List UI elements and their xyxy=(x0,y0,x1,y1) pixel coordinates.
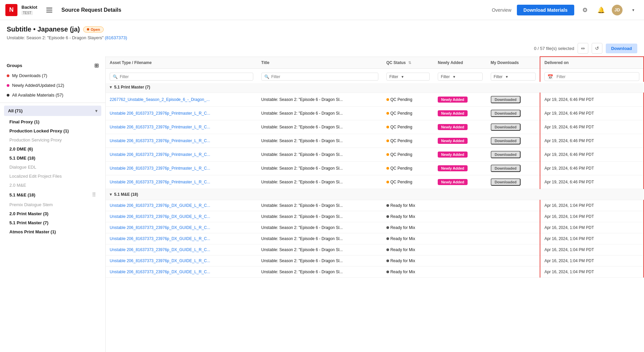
filename-link[interactable]: Unstable 206_81637373_23976p_DX_GUIDE_L_… xyxy=(110,225,210,230)
filename-cell: Unstable 206_81637373_23976p_DX_GUIDE_L_… xyxy=(106,267,257,278)
filename-link[interactable]: 2267762_Unstable_Season_2_Episode_6_-_Dr… xyxy=(110,97,210,102)
filter-asset-field[interactable] xyxy=(120,74,250,79)
title-cell: Unstable: Season 2: "Episode 6 - Dragon … xyxy=(257,93,382,107)
title-cell: Unstable: Season 2: "Episode 6 - Dragon … xyxy=(257,222,382,233)
sidebar-sub-item-production-locked[interactable]: Production Locked Proxy (1) xyxy=(0,126,105,135)
delivered-on-cell: Apr 16, 2024, 1:04 PM PDT xyxy=(540,222,644,233)
reset-button[interactable]: ↺ xyxy=(592,43,602,54)
download-materials-button[interactable]: Download Materials xyxy=(517,5,574,15)
filename-link[interactable]: Unstable 206_81637373_23976p_Printmaster… xyxy=(110,152,210,157)
qc-dot-icon xyxy=(386,112,389,115)
section-toggle-icon[interactable]: ▾ xyxy=(110,85,112,90)
filter-qc-select[interactable]: Filter ▾ xyxy=(386,73,430,81)
section-row: ▾ 5.1 Print Master (7) xyxy=(106,82,644,93)
sidebar-sub-item-final-proxy[interactable]: Final Proxy (1) xyxy=(0,117,105,126)
filter-asset-input[interactable]: 🔍 xyxy=(110,73,253,81)
section-toggle-icon[interactable]: ▾ xyxy=(110,192,112,197)
newly-added-badge: Newly Added xyxy=(438,124,468,130)
qc-status-cell: Ready for Mix xyxy=(382,267,434,278)
sidebar-sub-item-2-print[interactable]: 2.0 Print Master (3) xyxy=(0,209,105,218)
notifications-icon[interactable]: 🔔 xyxy=(596,5,606,15)
sidebar-item-newly-added[interactable]: Newly Added/Updated (12) xyxy=(0,80,105,90)
chevron-down-icon: ▾ xyxy=(95,109,97,113)
download-button[interactable]: Download xyxy=(606,44,637,53)
filter-title-input[interactable]: 🔍 xyxy=(261,73,378,81)
drag-handle-icon[interactable]: ⠿ xyxy=(92,192,96,198)
qc-status-cell: Ready for Mix xyxy=(382,255,434,267)
sidebar-item-my-downloads[interactable]: My Downloads (7) xyxy=(0,71,105,80)
downloaded-badge[interactable]: Downloaded xyxy=(491,137,521,144)
table-row: Unstable 206_81637373_23976p_DX_GUIDE_L_… xyxy=(106,255,644,267)
filename-link[interactable]: Unstable 206_81637373_23976p_Printmaster… xyxy=(110,111,210,116)
filter-asset-cell: 🔍 xyxy=(106,70,257,83)
filter-title-field[interactable] xyxy=(271,74,375,79)
group-toggle-icon[interactable]: ⊞ xyxy=(94,62,99,69)
section-label: ▾ 5.1 M&E (18) xyxy=(106,189,644,200)
table-area: Asset Type / Filename Title QC Status ⇅ … xyxy=(106,56,644,352)
chevron-down-icon[interactable]: ▾ xyxy=(628,5,639,15)
hamburger-menu[interactable] xyxy=(44,5,55,15)
overview-link[interactable]: Overview xyxy=(492,7,511,13)
downloaded-badge[interactable]: Downloaded xyxy=(491,151,521,158)
filename-link[interactable]: Unstable 206_81637373_23976p_DX_GUIDE_L_… xyxy=(110,270,210,274)
qc-dot-icon xyxy=(386,237,389,240)
filename-link[interactable]: Unstable 206_81637373_23976p_Printmaster… xyxy=(110,138,210,143)
my-downloads-cell: Downloaded xyxy=(487,134,540,148)
title-text: Unstable: Season 2: "Episode 6 - Dragon … xyxy=(261,180,343,184)
logo-area: N Backlot TEST xyxy=(5,4,55,16)
filter-newly-label: Filter xyxy=(441,74,450,79)
filename-link[interactable]: Unstable 206_81637373_23976p_DX_GUIDE_L_… xyxy=(110,247,210,252)
title-text: Unstable: Season 2: "Episode 6 - Dragon … xyxy=(261,152,343,157)
sort-icon[interactable]: ⇅ xyxy=(408,61,411,65)
breadcrumb-text: Unstable: Season 2: "Episode 6 - Dragon … xyxy=(7,35,104,40)
downloaded-badge[interactable]: Downloaded xyxy=(491,96,521,103)
qc-dot-icon xyxy=(386,226,389,229)
filename-link[interactable]: Unstable 206_81637373_23976p_DX_GUIDE_L_… xyxy=(110,258,210,263)
sidebar-sub-item-5-mae[interactable]: 5.1 M&E (18) ⠿ xyxy=(0,190,105,200)
qc-status-cell: QC Pending xyxy=(382,93,434,107)
delivered-on-cell: Apr 19, 2024, 6:46 PM PDT xyxy=(540,93,644,107)
qc-status-cell: QC Pending xyxy=(382,107,434,120)
downloaded-badge[interactable]: Downloaded xyxy=(491,165,521,172)
sidebar-sub-item-prod-servicing: Production Servicing Proxy xyxy=(0,135,105,144)
downloaded-badge[interactable]: Downloaded xyxy=(491,123,521,131)
col-asset-type: Asset Type / Filename xyxy=(106,57,257,69)
filename-link[interactable]: Unstable 206_81637373_23976p_DX_GUIDE_L_… xyxy=(110,203,210,208)
user-avatar[interactable]: JD xyxy=(612,5,623,15)
sidebar-item-all-available[interactable]: All Available Materials (57) xyxy=(0,90,105,100)
qc-status-cell: Ready for Mix xyxy=(382,200,434,211)
filename-link[interactable]: Unstable 206_81637373_23976p_Printmaster… xyxy=(110,125,210,129)
qc-status-cell: Ready for Mix xyxy=(382,211,434,222)
columns-toggle-button[interactable]: ⇔ xyxy=(578,43,588,54)
sidebar-sub-item-5-print[interactable]: 5.1 Print Master (7) xyxy=(0,218,105,227)
all-item[interactable]: All (71) ▾ xyxy=(4,106,101,116)
filename-link[interactable]: Unstable 206_81637373_23976p_Printmaster… xyxy=(110,166,210,171)
filename-cell: Unstable 206_81637373_23976p_Printmaster… xyxy=(106,175,257,189)
file-count: 0 / 57 file(s) selected xyxy=(534,46,574,51)
settings-icon[interactable]: ⚙ xyxy=(580,5,590,15)
sidebar-sub-item-atmos[interactable]: Atmos Print Master (1) xyxy=(0,227,105,236)
filter-newly-select[interactable]: Filter ▾ xyxy=(438,73,482,81)
my-downloads-cell xyxy=(487,244,540,255)
sidebar-sub-item-2-dme[interactable]: 2.0 DME (6) xyxy=(0,144,105,154)
breadcrumb-link[interactable]: (81637373) xyxy=(105,35,127,40)
newly-added-badge: Newly Added xyxy=(438,97,468,103)
filter-delivered-field[interactable] xyxy=(556,74,636,79)
main-layout: Groups ⊞ My Downloads (7) Newly Added/Up… xyxy=(0,56,644,352)
table-row: Unstable 206_81637373_23976p_Printmaster… xyxy=(106,134,644,148)
filename-link[interactable]: Unstable 206_81637373_23976p_DX_GUIDE_L_… xyxy=(110,236,210,241)
filter-delivered-input[interactable]: 📅 xyxy=(544,72,639,81)
downloaded-badge[interactable]: Downloaded xyxy=(491,110,521,117)
filename-link[interactable]: Unstable 206_81637373_23976p_Printmaster… xyxy=(110,180,210,184)
title-text: Unstable: Season 2: "Episode 6 - Dragon … xyxy=(261,203,343,208)
newly-added-cell xyxy=(434,200,486,211)
qc-status-value: QC Pending xyxy=(386,125,430,129)
chevron-down-icon: ▾ xyxy=(453,74,455,79)
filename-link[interactable]: Unstable 206_81637373_23976p_DX_GUIDE_L_… xyxy=(110,214,210,219)
title-text: Unstable: Season 2: "Episode 6 - Dragon … xyxy=(261,270,343,274)
filter-downloads-select[interactable]: Filter ▾ xyxy=(491,73,536,81)
newly-added-badge: Newly Added xyxy=(438,138,468,144)
sidebar-sub-item-5-dme[interactable]: 5.1 DME (18) xyxy=(0,154,105,163)
title-text: Unstable: Season 2: "Episode 6 - Dragon … xyxy=(261,236,343,241)
downloaded-badge[interactable]: Downloaded xyxy=(491,178,521,186)
